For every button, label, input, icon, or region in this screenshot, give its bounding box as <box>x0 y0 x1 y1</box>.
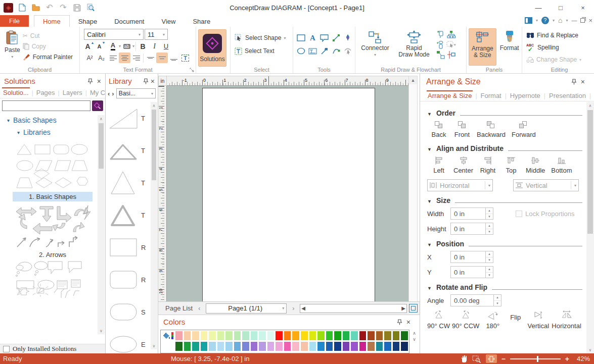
valign-top-button[interactable] <box>145 53 156 63</box>
library-next-icon[interactable]: › <box>112 90 114 97</box>
tab-presentation[interactable]: Presentation <box>548 90 587 101</box>
scroll-down-icon[interactable]: ∨ <box>151 342 157 349</box>
distribute-horizontal-select[interactable]: Horizontal ▾ <box>427 179 493 191</box>
tree-basic-shapes[interactable]: ▾ Basic Shapes <box>0 112 105 124</box>
color-swatch[interactable] <box>284 331 292 341</box>
order-front-button[interactable]: Front <box>450 120 474 139</box>
order-forward-button[interactable]: Forward <box>509 120 539 139</box>
panels-dropdown-icon[interactable]: ▾ <box>536 18 538 23</box>
highlight-button[interactable]: ab <box>121 41 132 51</box>
pen-tool[interactable] <box>344 34 352 42</box>
prev-page-button[interactable]: ‹ <box>195 304 204 313</box>
color-swatch[interactable] <box>258 331 266 341</box>
line-tool[interactable] <box>332 34 340 42</box>
paste-dropdown-icon[interactable]: ▾ <box>11 55 13 59</box>
align-left-button[interactable] <box>107 53 119 63</box>
tab-my-conceptdraw[interactable]: My Co... <box>89 87 106 98</box>
color-swatch[interactable] <box>342 331 350 341</box>
color-swatch[interactable] <box>284 341 292 351</box>
scroll-up-icon[interactable]: ∧ <box>98 115 105 122</box>
document-page[interactable] <box>202 88 375 310</box>
pin-icon[interactable] <box>572 79 576 85</box>
flip-vertical-button[interactable]: Vertical <box>527 310 550 330</box>
tab-document[interactable]: Document <box>106 15 153 27</box>
colors-close-icon[interactable]: × <box>406 318 410 326</box>
arrange-size-button[interactable]: Arrange & Size <box>469 28 496 66</box>
solution-item-arrows[interactable]: 2. Arrows <box>13 250 93 259</box>
tab-file[interactable]: File <box>0 15 29 27</box>
drawing-area[interactable] <box>167 86 408 328</box>
tab-home[interactable]: Home <box>34 15 70 27</box>
lock-proportions-checkbox[interactable] <box>516 211 522 217</box>
solutions-search-button[interactable] <box>92 100 103 111</box>
doc-minimize-icon[interactable]: — <box>571 17 577 23</box>
app-logo-icon[interactable]: ◈ <box>4 3 13 13</box>
align-top-button[interactable]: Top <box>499 155 523 175</box>
tab-share[interactable]: Share <box>184 15 219 27</box>
color-swatch[interactable] <box>250 331 258 341</box>
y-spinner[interactable]: ▲▼ <box>486 266 493 278</box>
callouts-preview[interactable] <box>15 261 90 300</box>
solutions-button[interactable]: Solutions <box>198 29 226 67</box>
color-swatch[interactable] <box>376 341 384 351</box>
section-position[interactable]: ▼ Position <box>427 240 586 248</box>
color-swatch[interactable] <box>309 331 317 341</box>
solutions-close-icon[interactable]: × <box>97 77 101 85</box>
collapse-icon[interactable]: ▼ <box>427 147 432 152</box>
tab-view[interactable]: View <box>153 15 184 27</box>
color-swatch[interactable] <box>334 331 342 341</box>
section-align[interactable]: ▼ Align and Distribute <box>427 144 586 152</box>
edit-curve-tool[interactable] <box>344 47 352 55</box>
color-swatch[interactable] <box>192 341 200 351</box>
section-order[interactable]: ▼ Order <box>427 109 586 117</box>
paste-button[interactable]: Paste ▾ <box>2 28 23 62</box>
page-select[interactable]: Page1 (1/1) ▾ <box>206 303 287 314</box>
color-swatch[interactable] <box>342 341 350 351</box>
align-middle-button[interactable]: Middle <box>523 155 548 175</box>
grow-font-button[interactable]: A▲ <box>84 41 96 51</box>
font-name-select[interactable]: Calibri▾ <box>84 29 144 40</box>
color-swatch[interactable] <box>217 331 225 341</box>
rapid-draw-mode-button[interactable]: Rapid Draw Mode <box>393 28 435 66</box>
angle-input[interactable]: 0.00 deg <box>450 294 494 306</box>
undo-icon[interactable]: ↶ <box>45 3 54 12</box>
color-swatch[interactable] <box>234 341 242 351</box>
color-swatch[interactable] <box>267 341 275 351</box>
color-swatch[interactable] <box>208 341 216 351</box>
color-swatch[interactable] <box>376 331 384 341</box>
order-backward-button[interactable]: Backward <box>474 120 509 139</box>
chain-shapes-icon[interactable] <box>436 30 445 39</box>
color-swatch[interactable] <box>367 341 375 351</box>
library-shape-ellipse[interactable]: E <box>106 328 150 353</box>
underline-button[interactable]: U <box>160 41 172 51</box>
panels-layout-icon[interactable] <box>525 17 532 24</box>
library-close-icon[interactable]: × <box>151 77 155 85</box>
library-scrollbar[interactable]: ∧ ∨ <box>151 102 157 349</box>
bold-button[interactable]: B <box>137 41 149 51</box>
color-swatch[interactable] <box>184 331 192 341</box>
color-swatch[interactable] <box>242 331 250 341</box>
doc-close-icon[interactable]: × <box>588 17 592 24</box>
library-shape-triangle[interactable]: T <box>106 167 150 199</box>
maximize-button[interactable]: □ <box>550 1 572 15</box>
color-swatch[interactable] <box>242 341 250 351</box>
color-mode-icon[interactable] <box>171 332 173 339</box>
color-swatch[interactable] <box>300 341 308 351</box>
next-page-button[interactable]: › <box>289 304 298 313</box>
format-panel-button[interactable]: Format <box>497 28 522 66</box>
color-swatch[interactable] <box>258 341 266 351</box>
library-shape-stadium[interactable]: S <box>106 296 150 328</box>
tab-format[interactable]: Format <box>480 90 502 101</box>
color-swatch[interactable] <box>400 331 408 341</box>
zoom-slider-thumb[interactable] <box>537 356 538 362</box>
color-swatch[interactable] <box>367 331 375 341</box>
color-swatch[interactable] <box>309 341 317 351</box>
italic-button[interactable]: I <box>149 41 160 51</box>
pin-icon[interactable] <box>88 78 93 84</box>
connector-dropdown-icon[interactable]: ▾ <box>374 53 376 57</box>
color-swatch[interactable] <box>292 341 300 351</box>
palette-scrollbar[interactable]: ∧ ∨ <box>410 331 418 342</box>
cut-button[interactable]: ✂Cut <box>23 30 73 41</box>
section-size[interactable]: ▼ Size <box>427 196 586 204</box>
change-shape-button[interactable]: Change Shape ▾ <box>526 54 594 66</box>
